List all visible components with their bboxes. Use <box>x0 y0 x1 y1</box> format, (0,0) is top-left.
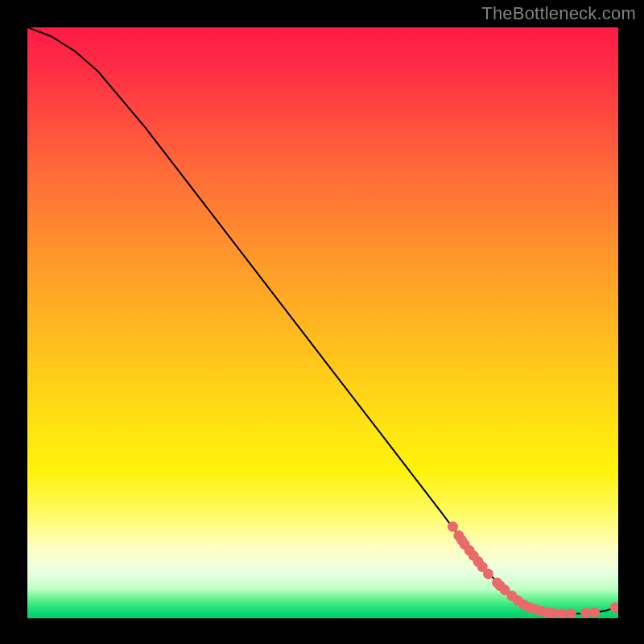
data-marker <box>448 522 458 532</box>
curve-path <box>27 27 618 613</box>
markers-group <box>448 522 618 618</box>
data-marker <box>580 608 591 618</box>
data-marker <box>566 609 576 618</box>
chart-svg <box>27 27 618 618</box>
plot-area <box>27 27 618 618</box>
data-marker <box>548 608 559 618</box>
data-marker <box>483 568 493 579</box>
attribution-text: TheBottleneck.com <box>481 3 636 24</box>
data-marker <box>610 602 618 613</box>
data-marker <box>589 607 600 617</box>
